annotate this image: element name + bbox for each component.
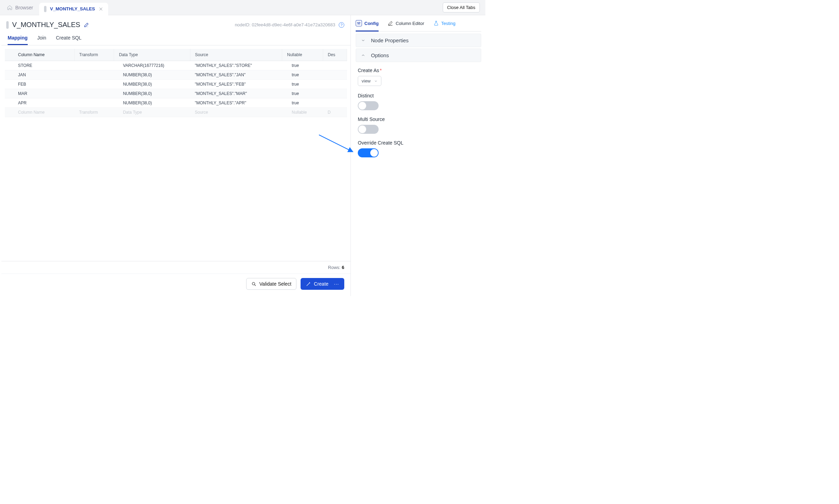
- close-all-tabs-button[interactable]: Close All Tabs: [443, 2, 480, 12]
- side-tab-column-editor[interactable]: Column Editor: [388, 20, 424, 31]
- table-row[interactable]: JANNUMBER(38,0)"MONTHLY_SALES"."JAN"true: [5, 70, 347, 80]
- table-row[interactable]: STOREVARCHAR(16777216)"MONTHLY_SALES"."S…: [5, 61, 347, 70]
- svg-point-2: [358, 24, 359, 24]
- browser-label: Browser: [15, 5, 33, 10]
- override-create-sql-toggle[interactable]: [358, 148, 379, 157]
- table-row[interactable]: MARNUMBER(38,0)"MONTHLY_SALES"."MAR"true: [5, 89, 347, 98]
- wand-icon: [306, 281, 311, 287]
- override-create-sql-label: Override Create SQL: [358, 140, 479, 146]
- tab-create-sql[interactable]: Create SQL: [56, 33, 81, 45]
- create-more-icon[interactable]: ···: [331, 281, 339, 287]
- chevron-up-icon: [361, 53, 365, 58]
- tab-v-monthly-sales[interactable]: V_MONTHLY_SALES: [39, 3, 108, 15]
- validate-select-button[interactable]: Validate Select: [246, 278, 296, 290]
- section-options[interactable]: Options: [356, 49, 481, 62]
- flask-icon: [433, 20, 439, 26]
- sliders-icon: [356, 20, 362, 26]
- th-column-name[interactable]: Column Name: [5, 49, 74, 61]
- create-as-label: Create As*: [358, 68, 479, 73]
- create-button[interactable]: Create ···: [301, 278, 344, 290]
- th-transform[interactable]: Transform: [74, 49, 114, 61]
- multisource-toggle[interactable]: [358, 125, 379, 134]
- side-tab-config[interactable]: Config: [356, 20, 379, 32]
- node-id: nodeID: 02fee4d8-d9ec-4e6f-a0e7-41e72a32…: [235, 22, 335, 27]
- section-node-properties[interactable]: Node Properties: [356, 34, 481, 47]
- magnifier-icon: [251, 281, 257, 287]
- chevron-down-icon: [374, 79, 378, 83]
- svg-point-3: [360, 22, 360, 23]
- node-type-icon: [6, 21, 9, 29]
- table-row[interactable]: APRNUMBER(38,0)"MONTHLY_SALES"."APR"true: [5, 98, 347, 108]
- tab-join[interactable]: Join: [37, 33, 46, 45]
- rows-count: Rows: 6: [1, 261, 351, 273]
- svg-point-1: [357, 23, 358, 23]
- edit-icon[interactable]: [84, 22, 89, 28]
- tab-mapping[interactable]: Mapping: [8, 33, 28, 45]
- tab-icon: [44, 6, 46, 12]
- side-tab-testing[interactable]: Testing: [433, 20, 456, 31]
- close-icon[interactable]: [98, 7, 103, 11]
- create-as-dropdown[interactable]: view: [358, 76, 381, 86]
- page-title: V_MONTHLY_SALES: [12, 21, 80, 29]
- th-data-type[interactable]: Data Type: [114, 49, 190, 61]
- home-icon: [7, 5, 12, 10]
- th-descrip[interactable]: Des: [323, 49, 347, 61]
- th-source[interactable]: Source: [190, 49, 282, 61]
- browser-link[interactable]: Browser: [0, 5, 37, 10]
- multisource-label: Multi Source: [358, 116, 479, 122]
- pencil-icon: [388, 20, 393, 26]
- distinct-toggle[interactable]: [358, 101, 379, 110]
- table-row-placeholder[interactable]: Column NameTransformData TypeSourceNulla…: [5, 108, 347, 117]
- th-nullable[interactable]: Nullable: [282, 49, 323, 61]
- help-icon[interactable]: ?: [339, 22, 344, 28]
- chevron-down-icon: [361, 38, 365, 43]
- distinct-label: Distinct: [358, 93, 479, 98]
- table-row[interactable]: FEBNUMBER(38,0)"MONTHLY_SALES"."FEB"true: [5, 80, 347, 89]
- tab-title: V_MONTHLY_SALES: [50, 6, 95, 11]
- svg-point-0: [252, 282, 255, 285]
